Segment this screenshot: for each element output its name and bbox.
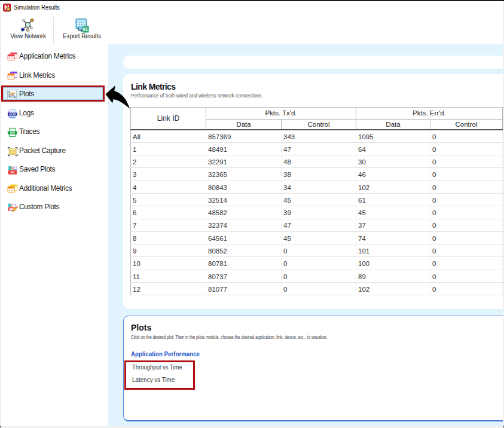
svg-text:CSV: CSV	[10, 132, 15, 134]
svg-text:LOGS: LOGS	[8, 113, 16, 115]
svg-text:XL: XL	[83, 26, 89, 32]
